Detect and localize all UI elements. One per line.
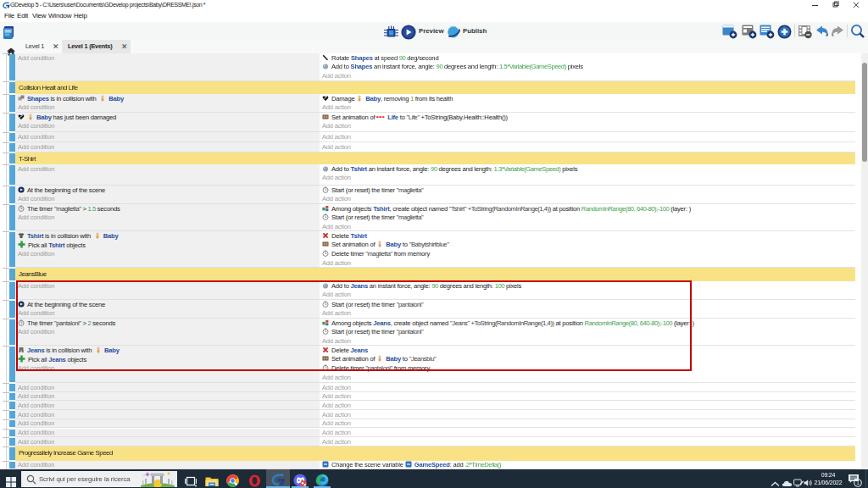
svg-text:1: 1 [856, 480, 860, 485]
